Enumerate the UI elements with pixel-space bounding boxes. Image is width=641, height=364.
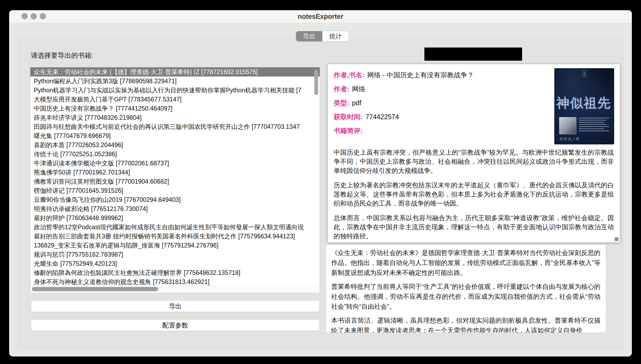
tab-export[interactable]: 导出 [296, 31, 322, 41]
list-item[interactable]: 光耀生命 [775752949.420123] [30, 259, 320, 268]
list-item[interactable]: 传统十论 [777025251.052386] [30, 150, 320, 159]
list-item[interactable]: 牛津通识读本佛学概论中文版 [777002061.68737] [30, 159, 320, 168]
window-title: notesExporter [9, 10, 632, 23]
list-item[interactable]: Python机器学习入门与实战以实操为基础以入行为目的快速帮助你掌握Python… [30, 86, 320, 95]
summary-paragraph: 普莱希特批判了当前将人等同于“生产工具”的社会价值观，呼吁重建以个体自由与发展为… [331, 282, 600, 311]
book-detail-panel: 作者,书名:网络 - 中国历史上有没有宗教战争？作者:网络类型:pdf获取时间:… [327, 64, 620, 243]
list-item[interactable]: 136829_变宋王安石改革的逻辑与陷阱_徐富海 [775791294.2767… [30, 241, 320, 250]
list-item[interactable]: 规训与惩罚 [775755162.783987] [30, 250, 320, 259]
cover-photo [559, 117, 576, 134]
list-item[interactable]: 曙光集 [777047679.696679] [30, 131, 320, 140]
list-item[interactable]: 豆瓣90你当像鸟飞往你的山2019 [776700294.849403] [30, 195, 320, 204]
list-horizontal-scrollbar-track [30, 286, 320, 293]
cover-emblem-icon [582, 70, 587, 77]
tab-stats[interactable]: 统计 [322, 31, 349, 41]
field-value: pdf [352, 99, 361, 107]
list-item[interactable]: 最好的辩护 [776063448.999962] [30, 213, 320, 223]
book-list: 众生无束：劳动社会的未来 (【德】理查德·大卫·普莱希特) (Z [778721… [30, 67, 320, 293]
list-item[interactable]: 薛兆丰经济学讲义 [777048326.219804] [30, 113, 320, 122]
list-horizontal-scrollbar[interactable] [32, 287, 158, 291]
redacted-box [424, 48, 522, 61]
summary-paragraph: 本书语言简洁、逻辑清晰，虽具理想色彩，但对现实问题的剖析极具启发性。普莱希特不仅… [331, 315, 600, 333]
cover-fine-print [579, 118, 609, 133]
review-paragraph: 中国历史上虽有宗教冲突，但严格意义上的“宗教战争”较为罕见。与欧洲中世纪频繁发生… [334, 148, 614, 175]
book-cover-image: 神似祖先 郑也夫／著 [554, 68, 614, 144]
panel-resize-grip[interactable] [615, 237, 618, 241]
field-label: 书籍简评: [334, 126, 363, 135]
cover-title: 神似祖先 [556, 94, 614, 112]
review-paragraph: 历史上较为著名的宗教冲突包括东汉末年的太平道起义（黄巾军）、唐代的会昌灭佛以及清… [334, 181, 614, 208]
summary-textarea[interactable]: 《众生无束：劳动社会的未来》是德国哲学家理查德·大卫·普莱希特对当代劳动社会深刻… [326, 244, 606, 333]
list-item[interactable]: 中国历史上有没有宗教战争？ [777441250.464097] [30, 104, 320, 113]
field-label: 获取时间: [334, 112, 363, 121]
list-item[interactable]: 身体不死与神秘主义道教信仰的观念史视角 [775631813.462921] [30, 277, 320, 286]
list-item[interactable]: 佛教常识答问汉英对照图文版 [777001904.60682] [30, 177, 320, 186]
list-item[interactable]: 田园诗与狂想曲关中模式与前近代社会的再认识第三版中国农民学研究开山之作 [777… [30, 122, 320, 131]
app-window: notesExporter 导出 统计 请选择要导出的书籍: 众生无束：劳动社会… [9, 10, 632, 356]
list-item[interactable]: 最好的告别三部曲套装共3册 纽约时报畅销书美国著名外科医生划时代之作 [7757… [30, 232, 320, 241]
list-item[interactable]: 明夷待访录破邪论精 [776512176.730074] [30, 204, 320, 213]
cover-author-line: 郑也夫／著 [560, 137, 580, 141]
summary-paragraph: 《众生无束：劳动社会的未来》是德国哲学家理查德·大卫·普莱希特对当代劳动社会深刻… [331, 248, 600, 278]
field-value: 774422574 [365, 113, 399, 121]
list-item[interactable]: 大模型应用开发极简入门基于GPT [778345677.53147] [30, 95, 320, 104]
field-label: 类型: [334, 99, 349, 107]
list-item[interactable]: 楞伽经讲记 [777001645.391526] [30, 186, 320, 195]
review-paragraph: 总体而言，中国宗教关系以包容与融合为主，历代王朝多采取“神道设教”政策，维护社会… [334, 213, 614, 241]
list-item[interactable]: 众生无束：劳动社会的未来 (【德】理查德·大卫·普莱希特) (Z [778721… [30, 67, 320, 77]
title-bar: notesExporter [9, 10, 632, 23]
list-item[interactable]: 喜剧的本质 [777026053.204496] [30, 140, 320, 150]
list-item[interactable]: Python编程从入门到实践第3版 [778690598.229471] [30, 77, 320, 86]
book-list-rows: 众生无束：劳动社会的未来 (【德】理查德·大卫·普莱希特) (Z [778721… [30, 67, 320, 286]
field-value: 网络 [352, 85, 365, 93]
select-books-label: 请选择要导出的书籍: [31, 51, 93, 60]
field-label: 作者: [334, 85, 349, 93]
list-item[interactable]: 修辭的陷阱為何政治包裝讓民主社會無法正確理解世界 [775649632.1357… [30, 268, 320, 277]
field-label: 作者,书名: [334, 71, 365, 79]
list-vertical-scrollbar[interactable] [314, 70, 318, 95]
field-value: 网络 - 中国历史上有没有宗教战争？ [367, 71, 474, 79]
list-item[interactable]: 熊逸佛学50讲 [777001962.701344] [30, 168, 320, 177]
book-review-text: 中国历史上虽有宗教冲突，但严格意义上的“宗教战争”较为罕见。与欧洲中世纪频繁发生… [334, 148, 614, 243]
tab-bar: 导出 统计 [296, 31, 349, 42]
list-item[interactable]: 政治哲學的12堂Podcast現代國家如何成形民主自由如何誕生性別平等如何發展一… [30, 223, 320, 232]
export-button[interactable]: 导出 [31, 300, 320, 312]
config-params-button[interactable]: 配置参数 [31, 319, 320, 331]
